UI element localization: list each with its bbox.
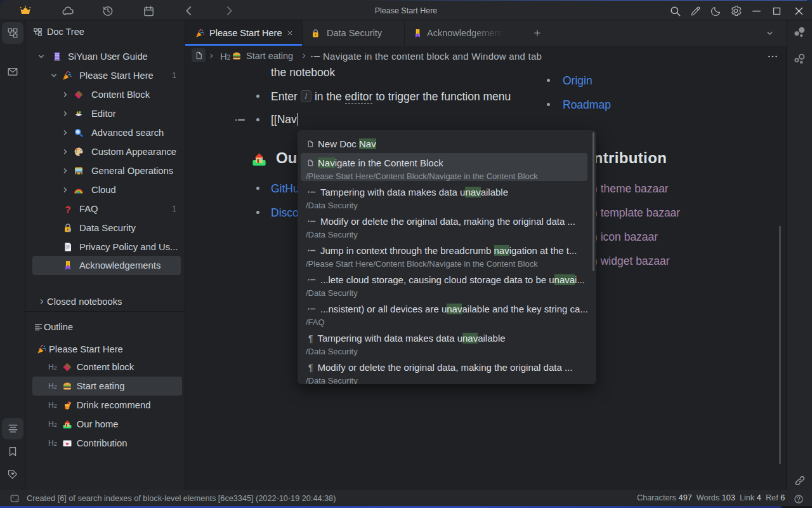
svg-text:?: ? xyxy=(65,204,70,214)
